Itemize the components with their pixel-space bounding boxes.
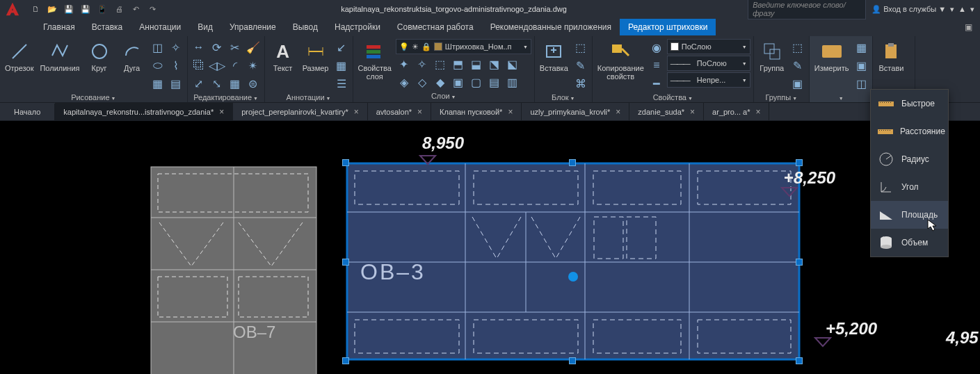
layer-op-2[interactable]: ✧ [414,56,431,72]
file-tab-1[interactable]: project_pereplanirovki_kvartiry*× [233,103,367,121]
measure-area[interactable]: Площадь [871,201,948,229]
annotation-extra-icon[interactable]: ☰ [333,75,350,92]
measure-button[interactable]: Измерить [812,39,851,74]
grip[interactable] [796,159,803,166]
color-wheel-icon[interactable]: ◉ [648,39,665,56]
layer-op-7[interactable]: ⬕ [504,56,521,72]
trim-icon[interactable]: ✂ [227,39,243,56]
layer-properties-button[interactable]: Свойства слоя [356,39,394,82]
draw-small-3[interactable]: ⬭ [150,57,166,74]
lineweight-combo[interactable]: ——— Непре... [667,72,750,88]
tab-addins[interactable]: Надстройки [326,19,389,35]
grip[interactable] [796,357,803,364]
file-tab-2[interactable]: avtosalon*× [368,103,431,121]
open-icon[interactable]: 📂 [45,1,60,17]
grip[interactable] [796,259,803,266]
grip[interactable] [342,357,349,364]
leader-icon[interactable]: ↙ [333,39,350,56]
stretch-icon[interactable]: ⤢ [191,75,207,92]
tab-hatch-editor[interactable]: Редактор штриховки [620,19,716,35]
file-tab-4[interactable]: uzly_primykania_krovli*× [522,103,629,121]
paste-button[interactable]: Встави [876,39,906,74]
explode-icon[interactable]: ✴ [245,57,262,74]
arc-button[interactable]: Дуга [117,39,147,74]
close-icon[interactable]: × [690,107,695,117]
insert-block-button[interactable]: Вставка [538,39,570,74]
panel-properties-label[interactable]: Свойства [595,92,750,103]
tab-featured-apps[interactable]: Рекомендованные приложения [482,19,620,35]
layer-op-5[interactable]: ⬓ [468,56,485,72]
file-tab-6[interactable]: ar_pro... a*× [704,103,769,121]
polyline-button[interactable]: Полилиния [38,39,81,74]
layer-op-12[interactable]: ▢ [468,74,485,90]
saveas-icon[interactable]: 💾 [78,1,93,17]
fillet-icon[interactable]: ◜ [227,57,243,74]
close-icon[interactable]: × [616,107,620,117]
start-tab[interactable]: Начало [0,104,55,120]
tab-manage[interactable]: Управление [221,19,284,35]
save-icon[interactable]: 💾 [61,1,77,17]
layer-op-8[interactable]: ◈ [396,74,412,90]
array-icon[interactable]: ▦ [227,75,243,92]
file-tab-5[interactable]: zdanie_suda*× [629,103,704,121]
measure-distance[interactable]: Расстояние [871,117,948,145]
panel-block-label[interactable]: Блок [538,92,589,103]
current-layer-combo[interactable]: 💡 ☀ 🔒 Штриховка_Ном..п [396,39,531,54]
file-tab-3[interactable]: Клапан пусковой*× [431,103,522,121]
grip[interactable] [569,357,576,364]
mirror-icon[interactable]: ◁▷ [209,57,225,74]
tab-view[interactable]: Вид [189,19,221,35]
new-icon[interactable]: 🗋 [28,1,43,17]
group-edit-icon[interactable]: ✎ [789,57,806,74]
group-button[interactable]: Группа [757,39,787,74]
layer-op-11[interactable]: ▣ [450,74,467,90]
draw-small-5[interactable]: ▦ [150,75,166,92]
redo-icon[interactable]: ↷ [145,1,160,17]
group-bbox-icon[interactable]: ▣ [789,75,806,92]
drawing-canvas[interactable]: ОВ–7 ОВ–3 8,950 +8,250 +5,2 [0,121,980,374]
panel-modify-label[interactable]: Редактирование [191,92,262,103]
circle-button[interactable]: Круг [84,39,115,74]
erase-icon[interactable]: 🧹 [245,39,262,56]
measure-quick[interactable]: Быстрое [871,90,948,117]
copy-icon[interactable]: ⿻ [191,57,207,74]
layer-op-10[interactable]: ◆ [432,74,449,90]
layer-op-14[interactable]: ▥ [504,74,521,90]
panel-groups-label[interactable]: Группы [757,92,806,103]
util-2[interactable]: ▣ [853,57,869,74]
layer-op-9[interactable]: ◇ [414,74,431,90]
measure-volume[interactable]: Объем [871,229,948,257]
close-icon[interactable]: × [508,107,513,117]
move-icon[interactable]: ↔ [191,39,207,56]
color-combo[interactable]: ПоСлою [667,39,750,54]
util-3[interactable]: ◫ [853,75,869,92]
draw-small-4[interactable]: ⌇ [168,57,184,74]
undo-icon[interactable]: ↶ [128,1,143,17]
rotate-icon[interactable]: ⟳ [209,39,225,56]
tab-annotate[interactable]: Аннотации [131,19,189,35]
draw-small-2[interactable]: ✧ [168,39,184,56]
layer-op-6[interactable]: ⬔ [486,56,503,72]
tab-insert[interactable]: Вставка [83,19,131,35]
file-tab-0[interactable]: kapitalnaya_rekonstru...istrativnogo_zda… [55,103,233,121]
block-edit-icon[interactable]: ✎ [572,57,589,74]
tab-collaborate[interactable]: Совместная работа [389,19,482,35]
measure-angle[interactable]: Угол [871,173,948,201]
close-icon[interactable]: × [755,107,760,117]
layer-op-3[interactable]: ⬚ [432,56,449,72]
table-icon[interactable]: ▦ [333,57,350,74]
layer-op-1[interactable]: ✦ [396,56,412,72]
linetype-small-icon[interactable]: ≡ [648,57,665,74]
close-icon[interactable]: × [219,107,224,117]
ribbon-extra-1[interactable]: ▣ [961,19,976,35]
panel-annotation-label[interactable]: Аннотации [268,92,350,103]
tab-output[interactable]: Вывод [284,19,326,35]
ungroup-icon[interactable]: ⬚ [789,39,806,56]
app-logo[interactable] [0,0,25,18]
sign-in-button[interactable]: 👤 Вход в службы ▼ [871,5,946,14]
measure-radius[interactable]: Радиус [871,145,948,173]
plot-icon[interactable]: 🖨 [111,1,127,17]
block-attr-icon[interactable]: ⌘ [572,75,589,92]
search-input[interactable]: Введите ключевое слово/фразу [748,0,866,19]
panel-layers-label[interactable]: Слои [356,90,531,101]
